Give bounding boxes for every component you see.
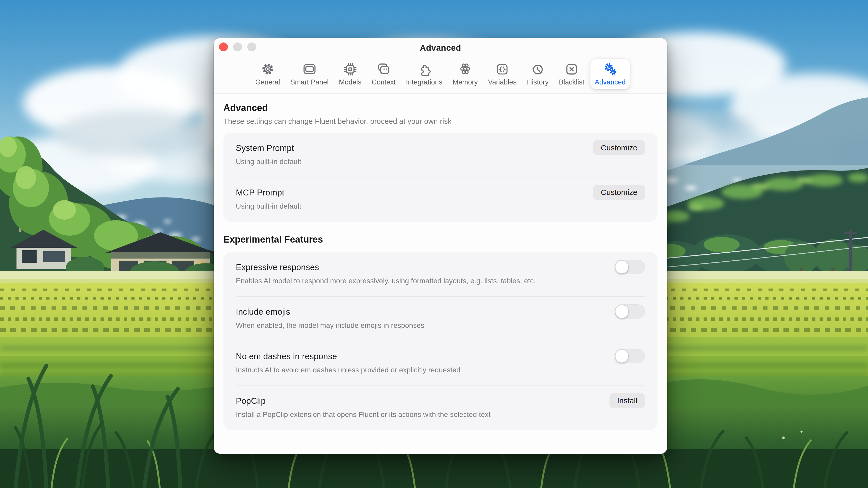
setting-row-expressive-responses: Expressive responses Enables AI model to… [236, 252, 645, 296]
tab-label: General [255, 78, 280, 86]
tab-label: Blacklist [559, 78, 584, 86]
minimize-button[interactable] [233, 42, 242, 51]
setting-row-include-emojis: Include emojis When enabled, the model m… [236, 296, 645, 341]
customize-system-prompt-button[interactable]: Customize [593, 140, 645, 155]
experimental-card: Expressive responses Enables AI model to… [223, 252, 657, 430]
setting-status: Using built-in default [236, 202, 645, 210]
toggle-knob [615, 261, 628, 273]
tab-context[interactable]: Context [368, 59, 400, 89]
setting-row-mcp-prompt: MCP Prompt Using built-in default Custom… [236, 177, 645, 222]
molecule-icon [457, 61, 473, 77]
tab-memory[interactable]: Memory [448, 59, 482, 89]
tab-advanced[interactable]: Advanced [590, 59, 630, 89]
toggle-knob [615, 305, 628, 318]
zoom-button[interactable] [247, 42, 256, 51]
tab-integrations[interactable]: Integrations [402, 59, 446, 89]
setting-description: When enabled, the model may include emoj… [236, 321, 645, 330]
section-subtitle: These settings can change Fluent behavio… [223, 117, 657, 126]
traffic-lights [219, 42, 256, 51]
tab-general[interactable]: General [251, 59, 284, 89]
section-heading-advanced: Advanced [223, 102, 657, 113]
tab-label: Variables [488, 78, 517, 86]
setting-title: No em dashes in response [236, 352, 645, 361]
puzzle-icon [416, 61, 432, 77]
customize-mcp-prompt-button[interactable]: Customize [593, 185, 645, 200]
braces-icon [494, 61, 510, 77]
panel-icon [302, 61, 317, 77]
clock-arrow-icon [530, 61, 546, 77]
tab-label: Context [372, 78, 396, 86]
tab-label: History [527, 78, 549, 86]
setting-description: Instructs AI to avoid em dashes unless p… [236, 366, 645, 374]
setting-row-system-prompt: System Prompt Using built-in default Cus… [236, 133, 645, 177]
toggle-expressive-responses[interactable] [615, 260, 645, 274]
setting-status: Using built-in default [236, 158, 645, 166]
setting-title: Include emojis [236, 307, 645, 317]
section-heading-experimental: Experimental Features [223, 234, 657, 245]
window-title: Advanced [420, 43, 461, 53]
setting-row-no-em-dashes: No em dashes in response Instructs AI to… [236, 341, 645, 386]
setting-row-popclip: PopClip Install a PopClip extension that… [236, 386, 645, 430]
toggle-no-em-dashes[interactable] [615, 349, 645, 363]
toggle-knob [615, 350, 628, 363]
toggle-include-emojis[interactable] [615, 304, 645, 319]
install-popclip-button[interactable]: Install [610, 393, 645, 408]
tab-label: Models [339, 78, 361, 86]
x-square-icon [564, 61, 580, 77]
setting-title: Expressive responses [236, 262, 645, 272]
settings-content: Advanced These settings can change Fluen… [214, 94, 667, 454]
stacked-windows-icon [376, 61, 392, 77]
tab-label: Advanced [594, 78, 625, 86]
tab-label: Smart Panel [290, 78, 329, 86]
prompts-card: System Prompt Using built-in default Cus… [223, 133, 657, 222]
tab-variables[interactable]: Variables [484, 59, 521, 89]
tab-smart-panel[interactable]: Smart Panel [286, 59, 333, 89]
titlebar[interactable]: Advanced [214, 38, 667, 58]
tab-label: Integrations [406, 78, 442, 86]
gear-icon [260, 61, 276, 77]
tab-label: Memory [453, 78, 478, 86]
setting-title: MCP Prompt [236, 188, 645, 197]
double-gear-icon [602, 61, 618, 77]
setting-title: System Prompt [236, 143, 645, 153]
settings-toolbar: General Smart Panel [214, 58, 667, 94]
settings-window: Advanced General S [214, 38, 667, 454]
setting-description: Install a PopClip extension that opens F… [236, 411, 645, 419]
chip-icon [342, 61, 358, 77]
tab-blacklist[interactable]: Blacklist [555, 59, 588, 89]
setting-title: PopClip [236, 396, 645, 406]
tab-models[interactable]: Models [335, 59, 366, 89]
setting-description: Enables AI model to respond more express… [236, 277, 645, 285]
window-header: Advanced General S [214, 38, 667, 94]
tab-history[interactable]: History [523, 59, 553, 89]
close-button[interactable] [219, 42, 228, 51]
